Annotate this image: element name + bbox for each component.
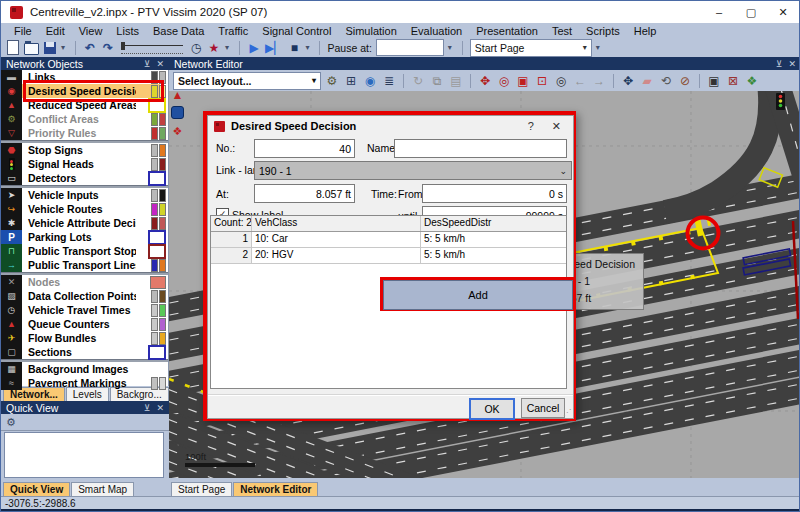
menu-presentation[interactable]: Presentation (469, 25, 545, 37)
time-from-input[interactable]: 0 s (422, 184, 567, 203)
table-cell[interactable]: 5: 5 km/h (421, 232, 566, 247)
run-dropdown-caret[interactable]: ▾ (305, 43, 312, 52)
pan-network-icon[interactable]: ✥ (477, 74, 493, 88)
pause-at-input[interactable] (376, 39, 444, 56)
copy-icon[interactable]: ⧉ (429, 74, 445, 88)
sidebar-item-vehicle-attribute-decisions[interactable]: ✱Vehicle Attribute Decisions (1, 216, 168, 230)
sidebar-item-sections[interactable]: ▢Sections (1, 345, 168, 359)
nodes-tool-icon[interactable]: ❖ (171, 125, 184, 138)
sidebar-item-signal-heads[interactable]: Signal Heads (1, 157, 168, 171)
zoom-window-icon[interactable]: ⊡ (534, 74, 550, 88)
panel-close-icon[interactable]: ✕ (156, 59, 164, 69)
dialog-close-button[interactable]: ✕ (552, 120, 561, 133)
name-input[interactable] (394, 139, 567, 158)
panel-close-icon[interactable]: ✕ (788, 59, 796, 69)
sidebar-item-data-collection-points[interactable]: ▨Data Collection Points (1, 289, 168, 303)
table-cell[interactable]: 5: 5 km/h (421, 248, 566, 263)
no-input[interactable]: 40 (254, 139, 355, 158)
view-selector-combo[interactable]: Start Page▾ (470, 39, 592, 57)
undo-button[interactable]: ↶ (83, 40, 97, 56)
pin-icon[interactable]: ⊻ (776, 59, 783, 69)
tab-levels[interactable]: Levels (66, 387, 109, 401)
menu-view[interactable]: View (72, 25, 110, 37)
dialog-help-button[interactable]: ? (528, 120, 534, 133)
pause-dropdown-caret[interactable]: ▾ (448, 43, 455, 52)
menu-evaluation[interactable]: Evaluation (404, 25, 469, 37)
screenshot-icon[interactable]: ⊠ (725, 74, 741, 88)
wrench-icon[interactable]: ⚙ (324, 74, 340, 88)
refresh-icon[interactable]: ↻ (410, 74, 426, 88)
previous-view-icon[interactable]: ← (572, 74, 588, 88)
sidebar-item-public-transport-stops[interactable]: ⊓Public Transport Stops (1, 244, 168, 258)
table-header-cell[interactable]: DesSpeedDistr (421, 216, 566, 231)
resize-grip[interactable]: ⋰ (563, 408, 571, 417)
run-simulation-button[interactable]: ▶ (247, 40, 261, 56)
favorites-star-icon[interactable]: ★ (207, 40, 221, 56)
menu-test[interactable]: Test (545, 25, 579, 37)
tab-network-editor[interactable]: Network Editor (233, 482, 318, 496)
menu-file[interactable]: File (7, 25, 39, 37)
menu-traffic[interactable]: Traffic (211, 25, 255, 37)
camera-icon[interactable]: ▣ (706, 74, 722, 88)
dialog-title-bar[interactable]: Desired Speed Decision ? ✕ (208, 116, 573, 136)
zoom-network-icon[interactable]: ◎ (496, 74, 512, 88)
zoom-icon[interactable]: ◎ (553, 74, 569, 88)
sidebar-item-pavement-markings[interactable]: ≈Pavement Markings (1, 376, 168, 390)
new-file-button[interactable] (6, 40, 20, 56)
next-view-icon[interactable]: → (591, 74, 607, 88)
sidebar-item-nodes[interactable]: ✕Nodes (1, 275, 168, 289)
sidebar-item-vehicle-routes[interactable]: ↪Vehicle Routes (1, 202, 168, 216)
menu-signal-control[interactable]: Signal Control (255, 25, 338, 37)
sidebar-item-flow-bundles[interactable]: ✈Flow Bundles (1, 331, 168, 345)
table-header-cell[interactable]: VehClass (252, 216, 421, 231)
rotate-icon[interactable]: ⟲ (658, 74, 674, 88)
sidebar-item-stop-signs[interactable]: ⬣Stop Signs (1, 143, 168, 157)
save-button[interactable] (43, 40, 57, 56)
sidebar-item-background-images[interactable]: ▦Background Images (1, 362, 168, 376)
pin-icon[interactable]: ⊻ (144, 59, 151, 69)
view-dropdown-caret[interactable]: ▾ (596, 43, 603, 52)
table-header-cell[interactable]: Count: 2 (211, 216, 252, 231)
paste-icon[interactable]: ▤ (448, 74, 464, 88)
show-whole-network-icon[interactable]: ▣ (515, 74, 531, 88)
sidebar-item-queue-counters[interactable]: ▲Queue Counters (1, 317, 168, 331)
layout-selector-combo[interactable]: Select layout...▾ (173, 72, 321, 90)
menu-edit[interactable]: Edit (39, 25, 72, 37)
table-cell[interactable]: 1 (211, 232, 252, 247)
add-button[interactable]: Add (383, 280, 573, 310)
wrench-icon[interactable]: ⚙ (6, 416, 16, 429)
close-button[interactable]: ✕ (767, 1, 799, 23)
table-cell[interactable]: 20: HGV (252, 248, 421, 263)
panel-close-icon[interactable]: ✕ (156, 403, 164, 413)
sidebar-item-public-transport-lines[interactable]: →Public Transport Lines (1, 258, 168, 272)
tab-start-page[interactable]: Start Page (171, 482, 232, 496)
maximize-button[interactable]: ▢ (735, 1, 767, 23)
view-3d-icon[interactable]: ❖ (744, 74, 760, 88)
sidebar-item-parking-lots[interactable]: PParking Lots (1, 230, 168, 244)
layers-icon[interactable]: ≣ (381, 74, 397, 88)
globe-icon[interactable]: ◉ (362, 74, 378, 88)
pan-icon[interactable]: ✥ (620, 74, 636, 88)
pin-icon[interactable]: ⊻ (144, 403, 151, 413)
sidebar-item-priority-rules[interactable]: ▽Priority Rules (1, 126, 168, 140)
link-lane-combo[interactable]: 190 - 1⌄ (254, 161, 572, 180)
sidebar-item-detectors[interactable]: ▭Detectors (1, 171, 168, 185)
eraser-icon[interactable]: ▰ (639, 74, 655, 88)
redo-button[interactable]: ↷ (101, 40, 115, 56)
hide-graphics-icon[interactable]: ⊘ (677, 74, 693, 88)
table-cell[interactable]: 10: Car (252, 232, 421, 247)
queue-counter-tool-icon[interactable]: ▲ (171, 91, 184, 101)
simulation-speed-slider[interactable] (121, 42, 183, 54)
parking-tool-icon[interactable] (171, 106, 184, 119)
menu-help[interactable]: Help (627, 25, 664, 37)
open-file-button[interactable] (24, 40, 39, 56)
stop-simulation-button[interactable]: ■ (287, 40, 301, 56)
table-cell[interactable]: 2 (211, 248, 252, 263)
table-row[interactable]: 220: HGV5: 5 km/h (211, 248, 566, 264)
ok-button[interactable]: OK (469, 398, 515, 420)
menu-scripts[interactable]: Scripts (579, 25, 627, 37)
star-dropdown-caret[interactable]: ▾ (225, 43, 232, 52)
table-row[interactable]: 110: Car5: 5 km/h (211, 232, 566, 248)
menu-simulation[interactable]: Simulation (338, 25, 403, 37)
grid-icon[interactable]: ⊞ (343, 74, 359, 88)
